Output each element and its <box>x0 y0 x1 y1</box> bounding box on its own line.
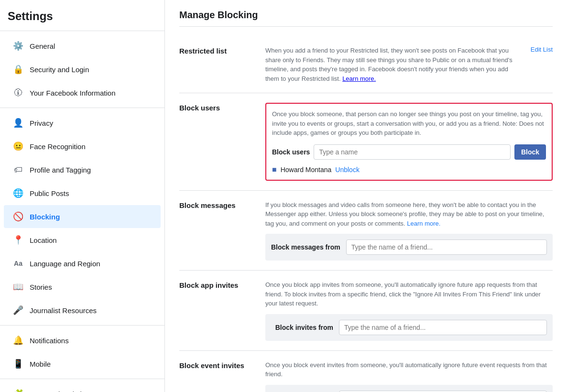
restricted-learn-more-link[interactable]: Learn more. <box>342 75 376 82</box>
block-messages-label: Block messages <box>179 200 265 261</box>
edit-list-link[interactable]: Edit List <box>531 46 553 53</box>
sidebar-item-security-login[interactable]: 🔒 Security and Login <box>4 58 161 81</box>
sidebar-item-profile-tagging[interactable]: 🏷 Profile and Tagging <box>4 158 161 181</box>
block-icon: 🚫 <box>11 210 25 223</box>
sidebar-item-label: Mobile <box>30 360 51 368</box>
block-messages-content: If you block messages and video calls fr… <box>265 200 553 261</box>
block-users-description: Once you block someone, that person can … <box>272 109 546 138</box>
sidebar-section-1: ⚙️ General 🔒 Security and Login 🛈 Your F… <box>0 31 164 108</box>
sidebar: Settings ⚙️ General 🔒 Security and Login… <box>0 0 165 392</box>
restricted-list-content: When you add a friend to your Restricted… <box>265 46 553 83</box>
restricted-list-section: Restricted list When you add a friend to… <box>179 36 553 93</box>
sidebar-item-label: Your Facebook Information <box>30 89 116 97</box>
sidebar-item-label: Security and Login <box>30 65 89 74</box>
sidebar-item-location[interactable]: 📍 Location <box>4 229 161 251</box>
sidebar-item-label: Profile and Tagging <box>30 166 91 174</box>
mobile-icon: 📱 <box>11 357 25 370</box>
block-messages-input-label: Block messages from <box>271 243 340 251</box>
sidebar-item-privacy[interactable]: 👤 Privacy <box>4 111 161 134</box>
apps-icon: 🧩 <box>11 387 25 392</box>
sidebar-item-mobile[interactable]: 📱 Mobile <box>4 352 161 375</box>
block-event-invites-description: Once you block event invites from someon… <box>265 360 553 379</box>
block-users-content: Once you block someone, that person can … <box>265 103 553 181</box>
block-event-invites-input[interactable] <box>339 391 547 392</box>
sidebar-item-notifications[interactable]: 🔔 Notifications <box>4 329 161 352</box>
sidebar-section-2: 👤 Privacy 😐 Face Recognition 🏷 Profile a… <box>0 108 164 325</box>
sidebar-item-label: General <box>30 42 55 50</box>
block-event-invites-content: Once you block event invites from someon… <box>265 360 553 392</box>
sidebar-item-label: Journalist Resources <box>30 306 97 315</box>
block-app-invites-input-label: Block invites from <box>271 324 333 331</box>
block-app-invites-section: Block app invites Once you block app inv… <box>179 271 553 351</box>
unblock-link[interactable]: Unblock <box>335 166 360 174</box>
tag-icon: 🏷 <box>11 163 25 176</box>
block-messages-input[interactable] <box>346 240 547 255</box>
globe-icon: 🌐 <box>11 186 25 200</box>
bullet-icon: ■ <box>272 165 277 174</box>
block-users-label: Block users <box>179 103 265 181</box>
sidebar-item-facebook-information[interactable]: 🛈 Your Facebook Information <box>4 81 161 104</box>
stories-icon: 📖 <box>11 280 25 294</box>
block-messages-description: If you block messages and video calls fr… <box>265 200 553 229</box>
block-users-input-row: Block users Block <box>272 144 546 160</box>
block-users-section: Block users Once you block someone, that… <box>179 93 553 191</box>
blocked-user-row: ■ Howard Montana Unblock <box>272 165 546 174</box>
restricted-list-label: Restricted list <box>179 46 265 83</box>
block-users-input-label: Block users <box>272 148 310 156</box>
block-event-invites-label: Block event invites <box>179 360 265 392</box>
language-icon: Aa <box>11 257 25 270</box>
block-app-invites-content: Once you block app invites from someone,… <box>265 280 553 341</box>
block-users-input[interactable] <box>314 144 511 160</box>
journalist-icon: 🎤 <box>11 304 25 317</box>
gear-icon: ⚙️ <box>11 39 25 53</box>
face-icon: 😐 <box>11 140 25 153</box>
block-users-box: Once you block someone, that person can … <box>265 103 553 181</box>
block-event-invites-input-row: Block invites from <box>265 385 553 392</box>
page-title: Manage Blocking <box>179 10 553 27</box>
block-button[interactable]: Block <box>514 144 546 160</box>
lock-icon: 🔒 <box>11 63 25 76</box>
sidebar-item-public-posts[interactable]: 🌐 Public Posts <box>4 182 161 205</box>
info-icon: 🛈 <box>11 86 25 99</box>
sidebar-section-3: 🔔 Notifications 📱 Mobile <box>0 325 164 379</box>
sidebar-item-blocking[interactable]: 🚫 Blocking <box>4 205 161 228</box>
privacy-icon: 👤 <box>11 116 25 130</box>
sidebar-item-label: Public Posts <box>30 189 69 197</box>
sidebar-item-stories[interactable]: 📖 Stories <box>4 275 161 298</box>
block-messages-input-row: Block messages from <box>265 234 553 261</box>
sidebar-item-apps-websites[interactable]: 🧩 Apps and Websites <box>4 382 161 392</box>
sidebar-item-label: Language and Region <box>30 260 100 268</box>
sidebar-item-label: Notifications <box>30 337 69 345</box>
block-event-invites-section: Block event invites Once you block event… <box>179 351 553 392</box>
block-app-invites-input[interactable] <box>339 320 547 335</box>
sidebar-item-label: Face Recognition <box>30 142 86 151</box>
sidebar-item-label: Location <box>30 236 57 244</box>
sidebar-item-label: Privacy <box>30 119 53 127</box>
sidebar-item-label: Blocking <box>30 213 60 221</box>
sidebar-item-label: Apps and Websites <box>30 390 91 392</box>
sidebar-item-language-region[interactable]: Aa Language and Region <box>4 252 161 275</box>
sidebar-section-4: 🧩 Apps and Websites 🎮 Games <box>0 379 164 392</box>
block-messages-section: Block messages If you block messages and… <box>179 191 553 271</box>
sidebar-item-label: Stories <box>30 283 52 291</box>
blocked-user-name: Howard Montana <box>281 166 332 174</box>
block-app-invites-label: Block app invites <box>179 280 265 341</box>
sidebar-title: Settings <box>0 5 164 31</box>
sidebar-item-face-recognition[interactable]: 😐 Face Recognition <box>4 135 161 158</box>
bell-icon: 🔔 <box>11 334 25 347</box>
sidebar-item-general[interactable]: ⚙️ General <box>4 34 161 57</box>
block-app-invites-description: Once you block app invites from someone,… <box>265 280 553 308</box>
block-messages-learn-more-link[interactable]: Learn more. <box>407 220 440 227</box>
location-icon: 📍 <box>11 233 25 247</box>
block-app-invites-input-row: Block invites from <box>265 314 553 341</box>
main-content: Manage Blocking Restricted list When you… <box>165 0 567 392</box>
sidebar-item-journalist-resources[interactable]: 🎤 Journalist Resources <box>4 299 161 322</box>
restricted-list-description: When you add a friend to your Restricted… <box>265 46 523 83</box>
